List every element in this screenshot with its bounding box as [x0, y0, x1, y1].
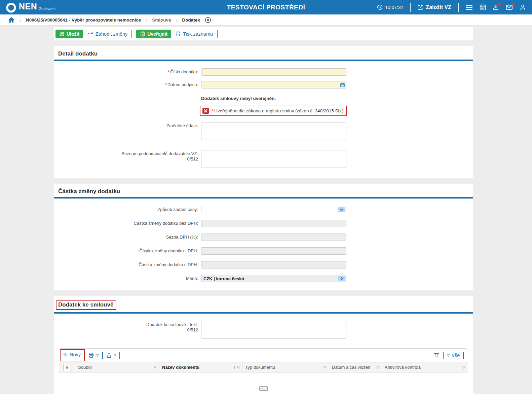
- undo-icon: [87, 31, 93, 36]
- mena-label: Měna:: [54, 275, 201, 282]
- messages-button[interactable]: [506, 4, 513, 10]
- brand-name: NEN: [19, 2, 37, 11]
- detail-dodatku-section: Detail dodatku *Číslo dodatku: *Datum po…: [54, 46, 473, 178]
- registry-warning-box: *Uveřejněno dle zákona o registru smluv …: [200, 106, 347, 116]
- toolbar-divider: [217, 30, 218, 38]
- downloads-button[interactable]: [493, 4, 499, 10]
- calendar-small-icon: [340, 82, 345, 87]
- castka-zmeny-section: Částka změny dodatku Způsob zadání ceny:…: [54, 184, 473, 290]
- grid-toolbar: Nový ▽ ▽: [59, 349, 468, 362]
- grid-filter-button[interactable]: [433, 353, 440, 358]
- floppy-icon: [59, 31, 65, 37]
- column-filter-icon[interactable]: ▽: [237, 365, 239, 369]
- bez-dph-input: [201, 220, 346, 227]
- column-filter-icon[interactable]: ▽: [376, 365, 379, 369]
- empty-tray-icon: [259, 386, 268, 391]
- profile-button[interactable]: [520, 4, 526, 10]
- seznam-poddodavatelu-textarea[interactable]: [201, 150, 346, 168]
- sazba-dph-label: Sazba DPH (%):: [54, 234, 201, 241]
- column-header-antivir[interactable]: Antivirová kontrola ▽: [382, 362, 468, 372]
- column-header-nazev[interactable]: Název dokumentu ↑ ▽: [159, 362, 242, 372]
- breadcrumb-separator: ›: [20, 17, 21, 23]
- breadcrumb-separator: ›: [176, 17, 177, 23]
- grid-toolbar-divider: [443, 352, 444, 359]
- calendar-button[interactable]: [480, 4, 486, 10]
- grid-header-row: Soubor ▽ Název dokumentu ↑ ▽ Typ dokumen…: [59, 362, 468, 372]
- date-picker-button[interactable]: [339, 82, 345, 87]
- create-vz-button[interactable]: Založit VZ: [417, 4, 451, 10]
- column-settings-icon[interactable]: [64, 364, 71, 371]
- discard-changes-button[interactable]: Zahodit změny: [87, 31, 127, 37]
- printer-icon: [88, 353, 94, 358]
- documents-grid: Nový ▽ ▽: [59, 348, 468, 394]
- header-divider: [458, 3, 459, 12]
- session-clock: 10:07:31: [377, 4, 404, 10]
- dropdown-triangle-icon: ▽: [114, 354, 116, 357]
- dropdown-triangle-icon: ▽: [447, 354, 450, 357]
- funnel-icon: [433, 353, 440, 358]
- seznam-poddodavatelu-label: Seznam poddodavatelů dodavatele VZ: 0/51…: [54, 150, 201, 169]
- breadcrumb-item-case[interactable]: N006/25/V00005641 - Výběr provozovatele …: [26, 17, 141, 23]
- grid-print-button[interactable]: ▽: [88, 353, 99, 358]
- dodatek-text-counter: 0/512: [54, 327, 198, 333]
- s-dph-label: Částka změny dodatku s DPH:: [54, 261, 201, 268]
- calendar-icon: [480, 4, 486, 10]
- column-header-typ[interactable]: Typ dokumentu ▽: [242, 362, 329, 372]
- menu-button[interactable]: [465, 4, 473, 10]
- close-tab-icon[interactable]: [205, 17, 211, 23]
- cislo-dodatku-input[interactable]: [201, 68, 346, 76]
- zmenene-udaje-textarea[interactable]: [201, 122, 346, 140]
- new-button-annotation: Nový: [60, 349, 85, 361]
- share-icon: [106, 353, 112, 358]
- registry-warning-text: *Uveřejněno dle zákona o registru smluv …: [212, 108, 343, 113]
- plus-icon: [63, 352, 68, 357]
- save-button[interactable]: Uložit: [55, 30, 83, 38]
- error-x-icon: [202, 108, 209, 114]
- not-published-note: Dodatek smlouvy nebyl uveřejněn.: [201, 95, 346, 101]
- column-header-soubor[interactable]: Soubor ▽: [75, 362, 159, 372]
- chevron-down-icon[interactable]: [338, 207, 345, 212]
- s-dph-input: [201, 261, 346, 268]
- clock-icon: [377, 4, 383, 10]
- publish-button[interactable]: Uveřejnit: [136, 30, 171, 38]
- environment-title: TESTOVACÍ PROSTŘEDÍ: [227, 4, 305, 11]
- edit-square-icon: [417, 4, 423, 10]
- column-header-datum[interactable]: Datum a čas vložení ▽: [329, 362, 382, 372]
- column-settings-cell[interactable]: [59, 362, 75, 372]
- section-title-castka: Částka změny dodatku: [58, 188, 120, 195]
- app-header: NEN Zadavatel TESTOVACÍ PROSTŘEDÍ 10:07:…: [0, 0, 532, 14]
- zmenene-udaje-label: Změněné údaje:: [54, 122, 201, 141]
- grid-toolbar-divider: [102, 352, 103, 359]
- grid-empty-state: Žádné záznamy. V tomto seznamu nemáme co…: [59, 372, 468, 394]
- column-filter-icon[interactable]: ▽: [154, 365, 156, 369]
- dodatek-ke-smlouve-section: Dodatek ke smlouvě Dodatek ke smlouvě - …: [54, 296, 473, 394]
- nen-logo-icon: [6, 2, 16, 13]
- sort-ascending-icon: ↑: [233, 365, 236, 370]
- sazba-dph-input: [201, 234, 346, 241]
- breadcrumb-item-contract[interactable]: Smlouva: [152, 17, 171, 23]
- column-filter-icon[interactable]: ▽: [324, 365, 326, 369]
- grid-export-button[interactable]: ▽: [106, 353, 116, 358]
- home-icon[interactable]: [8, 17, 15, 23]
- grid-view-all-dropdown[interactable]: ▽ Vše: [447, 353, 460, 358]
- section-title-dodatek: Dodatek ke smlouvě: [56, 300, 116, 310]
- session-time: 10:07:31: [385, 5, 404, 10]
- zpusob-zadani-label: Způsob zadání ceny:: [54, 206, 201, 213]
- dph-label: Částka změny dodatku - DPH:: [54, 247, 201, 255]
- toolbar-divider: [131, 30, 132, 38]
- column-filter-icon[interactable]: ▽: [462, 365, 465, 369]
- dodatek-text-label: Dodatek ke smlouvě - text: 0/512: [54, 321, 201, 340]
- cislo-dodatku-label: *Číslo dodatku:: [54, 68, 201, 76]
- breadcrumb: › N006/25/V00005641 - Výběr provozovatel…: [0, 14, 532, 26]
- messages-notification-badge: [511, 3, 515, 6]
- bez-dph-label: Částka změny dodatku bez DPH:: [54, 220, 201, 227]
- brand[interactable]: NEN Zadavatel: [6, 2, 55, 13]
- chevron-right-icon[interactable]: [338, 276, 345, 281]
- breadcrumb-item-current: Dodatek: [182, 17, 200, 23]
- printer-icon: [175, 31, 181, 37]
- print-record-button[interactable]: Tisk záznamu: [175, 31, 213, 37]
- new-document-button[interactable]: Nový: [63, 352, 81, 357]
- dodatek-text-textarea[interactable]: [201, 321, 346, 339]
- datum-podpisu-input[interactable]: [201, 81, 346, 88]
- zpusob-zadani-select[interactable]: [201, 206, 346, 213]
